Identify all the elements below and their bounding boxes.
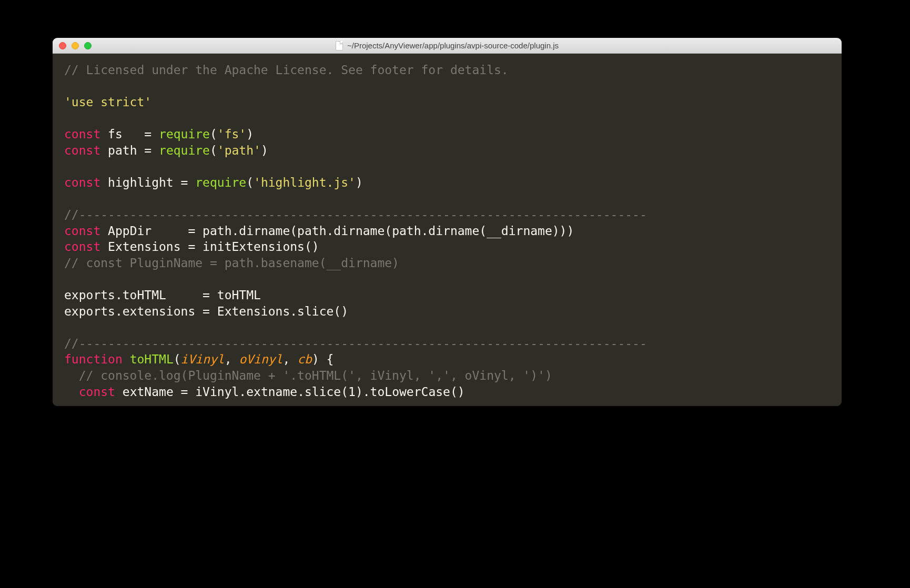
code-punct: , <box>282 352 297 366</box>
code-keyword: const <box>64 240 100 254</box>
code-string: 'highlight.js' <box>254 176 356 189</box>
code-punct: ) <box>246 127 254 141</box>
window-title: ~/Projects/AnyViewer/app/plugins/avpi-so… <box>347 41 559 50</box>
code-comment: // console.log(PluginName + '.toHTML(', … <box>64 369 552 382</box>
code-call: require <box>159 144 210 157</box>
code-punct: ( <box>210 144 217 157</box>
code-punct: ( <box>174 352 181 366</box>
file-icon <box>336 41 343 50</box>
code-comment: // const PluginName = path.basename(__di… <box>64 256 399 270</box>
code-keyword: const <box>64 127 100 141</box>
editor-window: ~/Projects/AnyViewer/app/plugins/avpi-so… <box>53 38 842 406</box>
code-ident: Extensions = initExtensions() <box>100 240 319 254</box>
minimize-icon[interactable] <box>72 42 79 49</box>
code-ident: highlight = <box>100 176 195 189</box>
traffic-lights <box>59 42 92 49</box>
code-comment: //--------------------------------------… <box>64 337 647 350</box>
code-line: exports.toHTML = toHTML <box>64 288 261 302</box>
code-string: 'fs' <box>217 127 246 141</box>
code-punct: ) <box>261 144 268 157</box>
code-keyword: const <box>64 144 100 157</box>
code-string: 'use strict' <box>64 95 151 109</box>
code-ident: extName = iVinyl.extname.slice(1).toLowe… <box>115 385 465 399</box>
code-arg: cb <box>297 352 312 366</box>
code-comment: // Licensed under the Apache License. Se… <box>64 63 509 77</box>
code-punct: ) <box>356 176 363 189</box>
code-arg: iVinyl <box>181 352 225 366</box>
code-arg: oVinyl <box>239 352 282 366</box>
code-string: 'path' <box>217 144 261 157</box>
code-space <box>123 352 130 366</box>
titlebar[interactable]: ~/Projects/AnyViewer/app/plugins/avpi-so… <box>53 38 842 54</box>
code-editor[interactable]: // Licensed under the Apache License. Se… <box>53 54 842 406</box>
code-call: require <box>195 176 246 189</box>
code-indent <box>64 385 79 399</box>
code-line: exports.extensions = Extensions.slice() <box>64 305 348 318</box>
code-keyword: const <box>79 385 115 399</box>
code-ident: fs = <box>100 127 159 141</box>
close-icon[interactable] <box>59 42 66 49</box>
code-punct: ) { <box>312 352 334 366</box>
code-punct: ( <box>210 127 217 141</box>
code-keyword: const <box>64 176 100 189</box>
code-call: require <box>159 127 210 141</box>
title-center: ~/Projects/AnyViewer/app/plugins/avpi-so… <box>53 41 842 50</box>
code-ident: AppDir = path.dirname(path.dirname(path.… <box>100 224 574 238</box>
code-punct: ( <box>246 176 254 189</box>
code-keyword: function <box>64 352 123 366</box>
code-comment: //--------------------------------------… <box>64 208 647 221</box>
code-punct: , <box>225 352 239 366</box>
code-funcname: toHTML <box>130 352 174 366</box>
code-ident: path = <box>100 144 159 157</box>
code-keyword: const <box>64 224 100 238</box>
stage: ~/Projects/AnyViewer/app/plugins/avpi-so… <box>0 0 910 588</box>
maximize-icon[interactable] <box>84 42 92 49</box>
